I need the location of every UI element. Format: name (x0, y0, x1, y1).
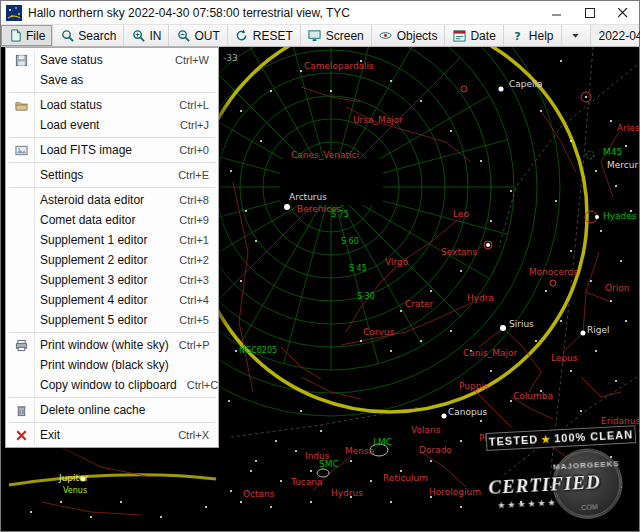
menu-separator (9, 332, 215, 333)
svg-text:Canes_Venatici: Canes_Venatici (291, 150, 359, 160)
svg-text:Hyades: Hyades (603, 211, 637, 221)
svg-text:Capella: Capella (509, 79, 543, 89)
menubar-item-label: Search (78, 29, 116, 43)
svg-text:Reticulum: Reticulum (383, 473, 428, 483)
menubar-item-label: Help (529, 29, 554, 43)
menu-item-label: Print window (white sky) (32, 338, 169, 352)
dropdown-icon (569, 29, 583, 43)
menubar-item-zoom-in[interactable]: IN (124, 25, 169, 46)
trash-icon (10, 404, 32, 417)
app-icon (6, 5, 22, 21)
file-menu-item[interactable]: Comet data editorCtrl+9 (6, 210, 218, 230)
menubar-item-search[interactable]: Search (53, 25, 124, 46)
svg-text:Lepus: Lepus (551, 353, 578, 363)
file-menu-item[interactable]: Copy window to clipboardCtrl+C (6, 375, 218, 395)
svg-text:S 45: S 45 (349, 264, 367, 273)
file-menu-item[interactable]: SettingsCtrl+E (6, 165, 218, 185)
svg-text:LMC: LMC (373, 437, 392, 447)
menubar-item-objects[interactable]: Objects (372, 25, 446, 46)
menu-separator (9, 422, 215, 423)
menubar-item-label: Date (470, 29, 495, 43)
maximize-button[interactable] (573, 1, 606, 24)
svg-text:Ursa_Major: Ursa_Major (353, 115, 403, 125)
menubar-item-label: Objects (397, 29, 438, 43)
svg-text:Monoceros: Monoceros (529, 267, 578, 277)
menu-item-label: Supplement 4 editor (32, 293, 169, 307)
file-menu-item[interactable]: Supplement 4 editorCtrl+4 (6, 290, 218, 310)
titlebar: Hallo northern sky 2022-04-30 07:58:00 t… (1, 1, 639, 24)
svg-text:Corvus: Corvus (363, 327, 395, 337)
file-menu-item[interactable]: Asteroid data editorCtrl+8 (6, 190, 218, 210)
file-menu-item[interactable]: Supplement 2 editorCtrl+2 (6, 250, 218, 270)
reset-icon (235, 29, 249, 43)
svg-text:M45: M45 (603, 147, 622, 157)
file-dropdown-menu: Save statusCtrl+WSave asLoad statusCtrl+… (5, 47, 219, 448)
menu-item-label: Load event (32, 118, 170, 132)
file-menu-item[interactable]: Load statusCtrl+L (6, 95, 218, 115)
menubar-item-screen[interactable]: Screen (301, 25, 372, 46)
menubar-item-reset[interactable]: RESET (228, 25, 301, 46)
menu-item-shortcut: Ctrl+C (177, 379, 218, 391)
search-icon (60, 29, 74, 43)
file-menu-item[interactable]: Load FITS imageCtrl+0 (6, 140, 218, 160)
menubar-item-file[interactable]: File (1, 25, 53, 46)
file-menu-item[interactable]: Supplement 1 editorCtrl+1 (6, 230, 218, 250)
menu-item-shortcut: Ctrl+5 (169, 314, 209, 326)
svg-text:Camelopardalis: Camelopardalis (304, 61, 374, 71)
menu-separator (9, 397, 215, 398)
file-menu-item[interactable]: ExitCtrl+X (6, 425, 218, 445)
menu-item-shortcut: Ctrl+4 (169, 294, 209, 306)
svg-text:Orion: Orion (605, 283, 630, 293)
svg-text:Crater: Crater (405, 299, 434, 309)
file-menu-item[interactable]: Save as (6, 70, 218, 90)
menu-item-shortcut: Ctrl+3 (169, 274, 209, 286)
svg-text:Virgo: Virgo (385, 257, 409, 267)
file-menu-item[interactable]: Save statusCtrl+W (6, 50, 218, 70)
menu-item-shortcut: Ctrl+P (169, 339, 210, 351)
file-menu-item[interactable]: Supplement 3 editorCtrl+3 (6, 270, 218, 290)
badge-brand-text: MAJORGEEKS (553, 459, 620, 471)
svg-text:Horologium: Horologium (429, 487, 481, 497)
horizon-arc (9, 475, 216, 485)
svg-text:Mercur: Mercur (607, 160, 638, 170)
menu-item-label: Asteroid data editor (32, 193, 169, 207)
menubar-item-date[interactable]: Date (445, 25, 503, 46)
close-button[interactable] (606, 1, 639, 24)
menu-item-label: Load status (32, 98, 169, 112)
majorgeeks-emblem: MAJORGEEKS .COM CERTIFIED ★★★★★★ (487, 445, 639, 529)
menu-item-shortcut: Ctrl+2 (169, 254, 209, 266)
menu-item-label: Save as (32, 73, 199, 87)
minimize-button[interactable] (540, 1, 573, 24)
svg-text:Hydrus: Hydrus (331, 488, 363, 498)
zoom-in-icon (131, 29, 145, 43)
menu-item-shortcut: Ctrl+W (165, 54, 209, 66)
svg-text:Leo: Leo (453, 209, 469, 219)
svg-text:Hydra: Hydra (467, 293, 494, 303)
menubar-item-zoom-out[interactable]: OUT (169, 25, 227, 46)
svg-text:Columba: Columba (513, 391, 553, 401)
menubar-item-more[interactable] (562, 25, 591, 46)
menubar-item-help[interactable]: ?Help (504, 25, 562, 46)
menu-separator (9, 92, 215, 93)
zoom-out-icon (176, 29, 190, 43)
badge-tested-text: TESTED (489, 433, 539, 448)
svg-text:Sirius: Sirius (509, 319, 534, 329)
file-menu-item[interactable]: Load eventCtrl+J (6, 115, 218, 135)
menu-item-label: Supplement 1 editor (32, 233, 169, 247)
svg-text:Jupiter: Jupiter (58, 473, 89, 483)
file-menu-item[interactable]: Supplement 5 editorCtrl+5 (6, 310, 218, 330)
help-icon: ? (511, 29, 525, 43)
badge-star-icon: ★ (541, 433, 552, 445)
object-markers (317, 86, 597, 477)
svg-text:S 75: S 75 (331, 210, 349, 219)
sky-chart-area[interactable]: -33CamelopardalisCapellaUrsa_MajorAriesM… (1, 47, 639, 531)
menubar-item-label: Screen (326, 29, 364, 43)
svg-text:S 60: S 60 (341, 237, 359, 246)
menu-item-shortcut: Ctrl+L (169, 99, 209, 111)
svg-text:Venus: Venus (63, 486, 87, 495)
svg-text:Octans: Octans (243, 489, 275, 499)
objects-icon (379, 29, 393, 43)
file-menu-item[interactable]: Delete online cache (6, 400, 218, 420)
file-menu-item[interactable]: Print window (black sky) (6, 355, 218, 375)
file-menu-item[interactable]: Print window (white sky)Ctrl+P (6, 335, 218, 355)
